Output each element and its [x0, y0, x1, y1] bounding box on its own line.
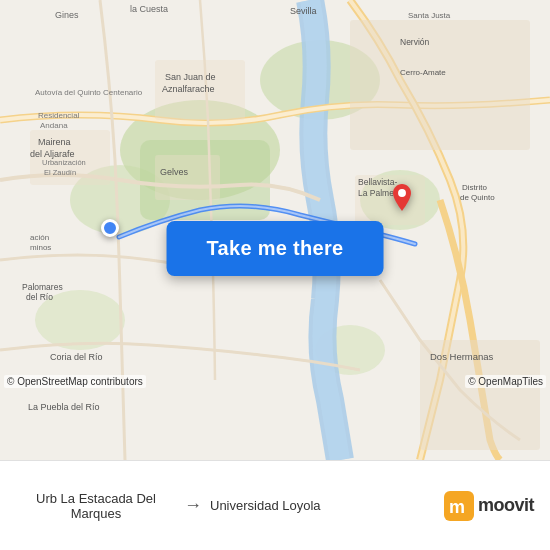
- svg-rect-8: [350, 20, 530, 150]
- svg-text:El Zaudín: El Zaudín: [44, 168, 76, 177]
- svg-text:Palomares: Palomares: [22, 282, 63, 292]
- svg-text:Cerro-Amate: Cerro-Amate: [400, 68, 446, 77]
- osm-attribution: © OpenStreetMap contributors: [4, 375, 146, 388]
- svg-text:Autovía del Quinto Centenario: Autovía del Quinto Centenario: [35, 88, 143, 97]
- moovit-icon: m: [444, 491, 474, 521]
- map-container: Gines la Cuesta Sevilla Santa Justa Nerv…: [0, 0, 550, 460]
- svg-text:Gelves: Gelves: [160, 167, 189, 177]
- svg-text:Distrito: Distrito: [462, 183, 487, 192]
- svg-text:del Río: del Río: [26, 292, 53, 302]
- svg-text:m: m: [449, 497, 465, 517]
- openmaptiles-attribution: © OpenMapTiles: [465, 375, 546, 388]
- svg-text:Andana: Andana: [40, 121, 68, 130]
- moovit-logo: m moovit: [444, 491, 534, 521]
- svg-point-42: [398, 189, 406, 197]
- origin-marker: [101, 219, 119, 237]
- svg-text:de Quinto: de Quinto: [460, 193, 495, 202]
- bottom-bar: Urb La Estacada Del Marques → Universida…: [0, 460, 550, 550]
- take-me-there-container: Take me there: [167, 221, 384, 276]
- destination-marker: [388, 184, 416, 224]
- svg-text:Gines: Gines: [55, 10, 79, 20]
- svg-text:Sevilla: Sevilla: [290, 6, 317, 16]
- svg-text:La Puebla del Río: La Puebla del Río: [28, 402, 100, 412]
- svg-rect-12: [155, 155, 220, 200]
- take-me-there-button[interactable]: Take me there: [167, 221, 384, 276]
- route-destination-label: Universidad Loyola: [210, 498, 321, 513]
- svg-text:San Juan de: San Juan de: [165, 72, 216, 82]
- svg-text:Coria del Río: Coria del Río: [50, 352, 103, 362]
- svg-text:Dos Hermanas: Dos Hermanas: [430, 351, 494, 362]
- svg-text:Aznalfarache: Aznalfarache: [162, 84, 215, 94]
- route-direction-arrow: →: [184, 495, 202, 516]
- svg-text:Urbanización: Urbanización: [42, 158, 86, 167]
- svg-text:ación: ación: [30, 233, 49, 242]
- svg-text:Nervión: Nervión: [400, 37, 430, 47]
- svg-text:la Cuesta: la Cuesta: [130, 4, 168, 14]
- svg-text:Mairena: Mairena: [38, 137, 71, 147]
- svg-text:Residencial: Residencial: [38, 111, 80, 120]
- moovit-brand-text: moovit: [478, 495, 534, 516]
- svg-text:Santa Justa: Santa Justa: [408, 11, 451, 20]
- route-info: Urb La Estacada Del Marques → Universida…: [16, 491, 444, 521]
- route-origin-label: Urb La Estacada Del Marques: [16, 491, 176, 521]
- svg-text:minos: minos: [30, 243, 51, 252]
